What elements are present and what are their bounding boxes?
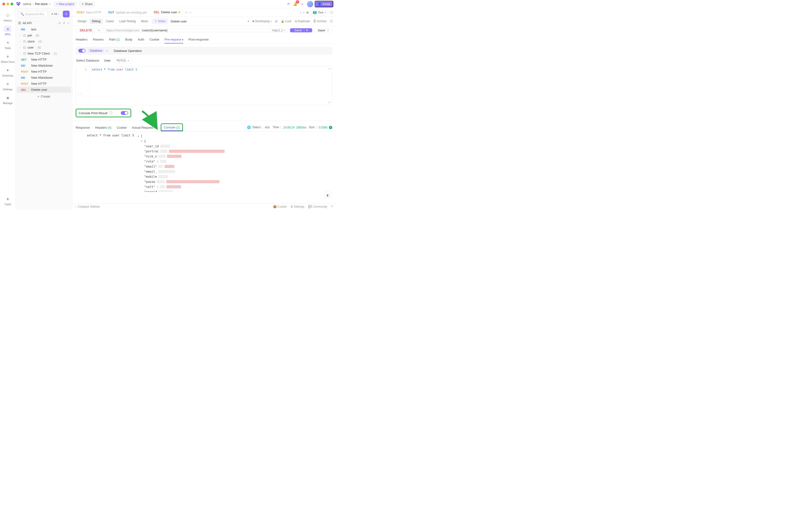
collapse-icon[interactable]: ⇵: [63, 21, 65, 25]
rail-manage[interactable]: ▦Manage: [0, 93, 15, 106]
sort-icon[interactable]: ≡: [248, 19, 249, 23]
caret-down-icon[interactable]: ▾: [138, 134, 140, 138]
subtab-auth[interactable]: Auth: [138, 36, 144, 43]
close-window-icon[interactable]: [2, 3, 5, 5]
method-select[interactable]: DELETE▾: [75, 28, 103, 32]
invite-button[interactable]: 👤Invite: [315, 1, 333, 7]
card-icon[interactable]: ▭: [299, 1, 305, 7]
caret-down-icon[interactable]: ▾: [141, 139, 143, 143]
footer-cookie[interactable]: 🍪 Cookie: [273, 205, 287, 208]
environment-select[interactable]: TTest▾: [311, 10, 328, 15]
tab-delete-user[interactable]: DELDelete user: [151, 8, 184, 17]
tree-folder-user[interactable]: ›🗀user (8): [17, 44, 71, 50]
target-icon[interactable]: ⊕: [306, 11, 309, 14]
tree-item[interactable]: MDNew Markdown: [17, 62, 71, 68]
save-button[interactable]: Save▾: [314, 28, 332, 32]
create-button[interactable]: +Create: [16, 93, 72, 100]
add-button[interactable]: +: [63, 11, 69, 17]
share-button[interactable]: ⇪Share: [152, 18, 168, 24]
minimize-window-icon[interactable]: [6, 3, 9, 5]
expand-icon[interactable]: ⤢: [328, 101, 331, 104]
db-engine-select[interactable]: MySQL▾: [114, 57, 132, 63]
info-icon[interactable]: ⓘ: [109, 111, 113, 115]
seg-design[interactable]: Design: [75, 18, 89, 24]
info-icon[interactable]: ⓘ: [330, 10, 333, 15]
chevron-down-icon[interactable]: ▾: [327, 29, 329, 32]
tree-folder-store[interactable]: ›🗀store (4): [17, 38, 71, 44]
lock-button[interactable]: 🔒 Lock: [281, 19, 292, 23]
operation-toggle[interactable]: [78, 49, 86, 53]
seg-mock[interactable]: Mock: [139, 18, 151, 24]
avatar[interactable]: [307, 1, 313, 7]
swap-icon[interactable]: ⇄: [275, 19, 277, 23]
rail-trash[interactable]: 🗑Trash: [0, 194, 15, 207]
tree-item[interactable]: MDNew Markdown: [17, 74, 71, 80]
status-select[interactable]: Developing▾: [253, 19, 272, 23]
tree-item-delete-user[interactable]: DELDelete user: [17, 87, 71, 93]
drag-handle-icon[interactable]: ⋮⋮: [77, 92, 83, 95]
size-plus-icon[interactable]: +: [329, 126, 332, 129]
subtab-params[interactable]: Params: [93, 36, 104, 43]
nav-prev-icon[interactable]: ‹: [300, 11, 301, 14]
print-result-toggle[interactable]: [121, 111, 128, 115]
tab-update-pet[interactable]: PUTUpdate an existing pet: [105, 8, 150, 17]
window-controls[interactable]: [2, 3, 13, 5]
more-icon[interactable]: ⋯: [189, 11, 192, 14]
tab-new-http[interactable]: POSTNew HTTP: [73, 8, 105, 17]
breadcrumb-project[interactable]: Pet store: [35, 2, 48, 6]
send-button[interactable]: Send▾: [290, 28, 312, 32]
tree-item[interactable]: POSTNew HTTP: [17, 68, 71, 74]
seg-cases[interactable]: Cases: [103, 18, 116, 24]
archive-button[interactable]: 🗄 Archive: [313, 19, 326, 23]
filter-select[interactable]: All ▾: [49, 11, 61, 17]
new-project-button[interactable]: + New project: [54, 1, 77, 7]
resp-tab-cookie[interactable]: Cookie: [117, 124, 126, 131]
sql-editor[interactable]: 1 select * from user limit 5 − ⤢: [75, 66, 332, 105]
protocol-select[interactable]: http/1.1▾: [270, 28, 288, 32]
chevron-down-icon[interactable]: ▾: [107, 50, 108, 52]
search-input[interactable]: 🔍 Keyword/URL: [18, 11, 48, 17]
info-icon[interactable]: ⓘ: [330, 19, 333, 23]
share-button-top[interactable]: ⇪ Share: [79, 1, 95, 7]
subtab-path[interactable]: Path (1): [109, 36, 120, 43]
rail-history[interactable]: 🕘History: [0, 11, 15, 23]
tree-folder-pet[interactable]: ›🗀pet (8): [17, 32, 71, 38]
tree-item[interactable]: MDtest: [17, 26, 71, 32]
rail-settings[interactable]: ⚙Settings: [0, 79, 15, 92]
rail-share-docs[interactable]: 🗎Share Docs: [0, 52, 15, 65]
expand-icon[interactable]: ⤢: [67, 21, 69, 25]
seg-debug[interactable]: Debug: [89, 18, 103, 24]
add-tab-icon[interactable]: +: [185, 11, 187, 14]
resp-tab-console[interactable]: Console (1): [161, 123, 183, 131]
subtab-body[interactable]: Body: [125, 36, 133, 43]
operation-type-chip[interactable]: Database: [88, 49, 104, 53]
help-icon[interactable]: ?: [331, 205, 333, 208]
rail-schemas[interactable]: ❖Schemas: [0, 66, 15, 78]
chevron-down-icon[interactable]: ▾: [304, 29, 308, 32]
resp-tab-headers[interactable]: Headers (4): [95, 124, 111, 131]
tree-folder-tcp[interactable]: ›🗀New TCP Client (1): [17, 50, 71, 56]
url-input[interactable]: https://rest.echoapi.com/users/{username…: [103, 28, 270, 32]
minimize-icon[interactable]: −: [329, 67, 331, 71]
nav-next-icon[interactable]: ›: [303, 11, 304, 14]
breadcrumb-user[interactable]: selina: [23, 2, 31, 6]
seg-load[interactable]: Load Testing: [117, 18, 138, 24]
subtab-cookie[interactable]: Cookie: [149, 36, 159, 43]
resp-tab-response[interactable]: Response: [75, 124, 90, 131]
subtab-pre-request[interactable]: Pre-request: [164, 36, 183, 43]
collapse-sidebar-button[interactable]: Collapse Sidebar: [78, 205, 100, 208]
resp-tab-actual[interactable]: Actual Request: [132, 124, 155, 131]
sync-icon[interactable]: ⟳: [285, 1, 292, 7]
notifications-icon[interactable]: 🔔: [292, 1, 299, 7]
duplicate-button[interactable]: ⧉ Duplicate: [295, 19, 310, 23]
subtab-headers[interactable]: Headers: [75, 36, 88, 43]
maximize-window-icon[interactable]: [11, 3, 13, 5]
rail-apis[interactable]: ⊞APIs: [0, 24, 15, 37]
footer-community[interactable]: 💬 Community: [308, 205, 327, 208]
footer-settings[interactable]: ⚙ Settings: [291, 205, 305, 208]
panel-toggle-icon[interactable]: ◧: [324, 192, 331, 199]
rail-tests[interactable]: ⚗Tests: [0, 38, 15, 51]
chevron-down-icon[interactable]: ▾: [49, 3, 50, 5]
tree-item[interactable]: POSTNew HTTP: [17, 80, 71, 87]
chevron-left-icon[interactable]: ‹: [75, 205, 77, 208]
